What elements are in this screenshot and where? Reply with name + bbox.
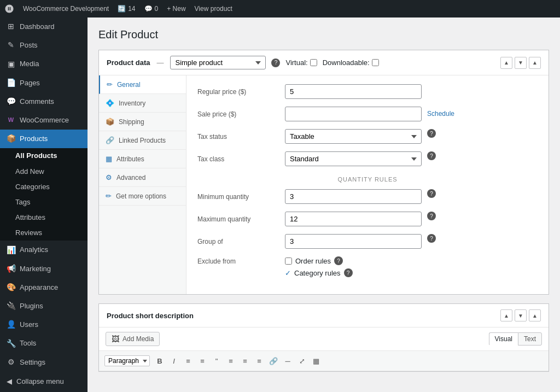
- general-tab-content: Regular price ($) Sale price ($) Schedul…: [186, 75, 549, 294]
- table-button[interactable]: ▦: [310, 354, 323, 367]
- visual-text-tabs: Visual Text: [489, 332, 542, 346]
- product-type-help-icon[interactable]: ?: [271, 58, 280, 67]
- submenu-categories[interactable]: Categories: [0, 179, 88, 195]
- tax-class-select[interactable]: Standard Reduced rate Zero rate: [285, 151, 422, 166]
- tax-status-select[interactable]: Taxable Shipping only None: [285, 129, 422, 144]
- sale-price-row: Sale price ($) Schedule: [197, 107, 538, 121]
- group-of-label: Group of: [197, 234, 279, 247]
- sidebar-item-dashboard[interactable]: ⊞ Dashboard: [0, 17, 88, 36]
- italic-button[interactable]: I: [167, 354, 180, 367]
- paragraph-format-select[interactable]: Paragraph Heading 1 Heading 2 Heading 3: [104, 355, 150, 366]
- virtual-checkbox[interactable]: [310, 59, 317, 66]
- sidebar-item-tools[interactable]: 🔧 Tools: [0, 334, 88, 353]
- bold-button[interactable]: B: [153, 354, 166, 367]
- short-desc-up-button[interactable]: ▲: [500, 309, 512, 321]
- sidebar-item-pages[interactable]: 📄 Pages: [0, 74, 88, 92]
- tax-status-label: Tax status: [197, 129, 279, 142]
- submenu-all-products[interactable]: All Products: [0, 148, 88, 163]
- media-icon: ▣: [7, 60, 15, 68]
- exclude-from-options: Order rules ? ✓ Category rules ?: [285, 256, 353, 277]
- get-more-options-icon: ✏: [106, 192, 112, 200]
- align-center-button[interactable]: ≡: [238, 354, 252, 367]
- downloadable-label: Downloadable:: [323, 58, 379, 67]
- product-data-body: ✏ General 💠 Inventory 📦 Shipping 🔗 Linke…: [99, 75, 549, 294]
- downloadable-checkbox[interactable]: [372, 59, 379, 66]
- short-description-box: Product short description ▲ ▼ ▲ 🖼 Add Me…: [98, 303, 549, 372]
- submenu-attributes[interactable]: Attributes: [0, 210, 88, 225]
- link-button[interactable]: 🔗: [267, 354, 280, 367]
- updates-count[interactable]: 🔄 14: [118, 5, 135, 13]
- group-of-input[interactable]: [285, 234, 422, 249]
- general-tab-icon: ✏: [107, 80, 113, 89]
- tax-status-help-icon[interactable]: ?: [427, 129, 436, 138]
- min-quantity-help-icon[interactable]: ?: [427, 189, 436, 198]
- visual-tab-button[interactable]: Visual: [489, 332, 518, 346]
- category-rules-checkmark: ✓: [285, 269, 291, 277]
- align-left-button[interactable]: ≡: [224, 354, 237, 367]
- tab-shipping[interactable]: 📦 Shipping: [99, 113, 186, 131]
- short-desc-down-button[interactable]: ▼: [515, 309, 527, 321]
- product-data-separator: —: [156, 58, 164, 67]
- short-desc-collapse-button[interactable]: ▲: [529, 309, 541, 321]
- regular-price-label: Regular price ($): [197, 84, 279, 97]
- ordered-list-button[interactable]: ≡: [196, 354, 209, 367]
- sidebar-item-products[interactable]: 📦 Products: [0, 130, 88, 148]
- wp-logo[interactable]: [4, 4, 14, 14]
- sidebar-item-posts[interactable]: ✎ Posts: [0, 36, 88, 55]
- max-quantity-row: Maximum quantity ?: [197, 212, 538, 226]
- category-rules-help-icon[interactable]: ?: [344, 268, 353, 277]
- more-options-button[interactable]: ⤢: [295, 354, 308, 367]
- max-quantity-help-icon[interactable]: ?: [427, 212, 436, 220]
- align-right-button[interactable]: ≡: [253, 354, 266, 367]
- regular-price-input[interactable]: [285, 84, 422, 99]
- group-of-help-icon[interactable]: ?: [427, 234, 436, 243]
- min-quantity-input[interactable]: [285, 189, 422, 204]
- submenu-reviews[interactable]: Reviews: [0, 225, 88, 241]
- max-quantity-input[interactable]: [285, 212, 422, 226]
- submenu-tags[interactable]: Tags: [0, 195, 88, 210]
- tab-attributes[interactable]: ▦ Attributes: [99, 150, 186, 168]
- collapse-menu-button[interactable]: ◀ Collapse menu: [0, 372, 88, 391]
- add-media-button[interactable]: 🖼 Add Media: [106, 332, 160, 346]
- editor-format-bar: Paragraph Heading 1 Heading 2 Heading 3 …: [99, 351, 549, 371]
- sidebar-item-marketing[interactable]: 📢 Marketing: [0, 260, 88, 278]
- blockquote-button[interactable]: ": [210, 354, 223, 367]
- submenu-add-new[interactable]: Add New: [0, 164, 88, 179]
- order-rules-option: Order rules ?: [285, 256, 353, 265]
- horizontal-rule-button[interactable]: ─: [281, 354, 294, 367]
- sidebar-item-media[interactable]: ▣ Media: [0, 55, 88, 73]
- order-rules-checkbox[interactable]: [285, 258, 292, 265]
- sidebar-item-comments[interactable]: 💬 Comments: [0, 92, 88, 111]
- attributes-tab-icon: ▦: [106, 155, 112, 163]
- tax-class-help-icon[interactable]: ?: [427, 151, 436, 160]
- sale-price-input[interactable]: [285, 107, 422, 121]
- expand-down-button[interactable]: ▼: [515, 57, 527, 69]
- tab-general[interactable]: ✏ General: [99, 75, 186, 94]
- comments-icon: 💬: [7, 97, 15, 106]
- tab-advanced[interactable]: ⚙ Advanced: [99, 168, 186, 187]
- unordered-list-button[interactable]: ≡: [182, 354, 195, 367]
- schedule-link[interactable]: Schedule: [427, 107, 454, 118]
- analytics-icon: 📊: [7, 246, 15, 255]
- product-data-label: Product data: [107, 58, 150, 67]
- sidebar-item-appearance[interactable]: 🎨 Appearance: [0, 278, 88, 297]
- new-button[interactable]: + New: [167, 5, 185, 13]
- sidebar-item-plugins[interactable]: 🔌 Plugins: [0, 297, 88, 315]
- comments-count[interactable]: 💬 0: [144, 5, 159, 13]
- order-rules-help-icon[interactable]: ?: [334, 256, 343, 265]
- tax-class-label: Tax class: [197, 151, 279, 164]
- tab-inventory[interactable]: 💠 Inventory: [99, 94, 186, 113]
- collapse-button[interactable]: ▲: [529, 57, 541, 69]
- tab-get-more-options[interactable]: ✏ Get more options: [99, 187, 186, 206]
- advanced-tab-icon: ⚙: [106, 173, 112, 182]
- sidebar-item-settings[interactable]: ⚙ Settings: [0, 353, 88, 372]
- sidebar-item-analytics[interactable]: 📊 Analytics: [0, 241, 88, 259]
- tab-linked-products[interactable]: 🔗 Linked Products: [99, 131, 186, 150]
- product-type-select[interactable]: Simple product Variable product Grouped …: [170, 56, 266, 69]
- text-tab-button[interactable]: Text: [518, 332, 542, 346]
- expand-up-button[interactable]: ▲: [500, 57, 512, 69]
- view-product-link[interactable]: View product: [195, 5, 232, 13]
- site-name[interactable]: WooCommerce Development: [23, 5, 109, 13]
- sidebar-item-woocommerce[interactable]: W WooCommerce: [0, 111, 88, 130]
- sidebar-item-users[interactable]: 👤 Users: [0, 315, 88, 334]
